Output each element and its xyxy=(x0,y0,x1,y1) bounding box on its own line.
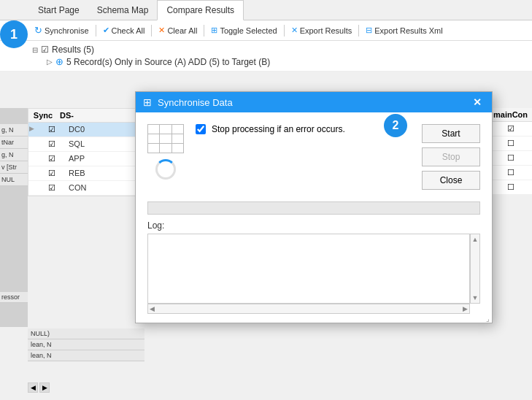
row-sync-check[interactable]: ☑ xyxy=(37,123,66,136)
tab-start-page[interactable]: Start Page xyxy=(29,0,88,20)
check-all-button[interactable]: ✔ Check All xyxy=(101,25,147,36)
start-button[interactable]: Start xyxy=(422,124,480,143)
row-arrow: ▶ xyxy=(28,123,37,136)
loading-spinner xyxy=(155,159,176,180)
tree-area: ⊟ ☑ Results (5) ▷ ⊕ 5 Record(s) Only in … xyxy=(0,41,532,72)
right-col-cell: ☐ xyxy=(489,180,532,195)
tree-check-root: ☑ xyxy=(41,45,49,55)
progress-bar-area xyxy=(147,201,480,215)
right-col-cell: ☐ xyxy=(489,136,532,151)
row-ds-value: REB xyxy=(66,166,117,180)
row-ds-value: CON xyxy=(66,181,117,195)
toggle-icon: ⊞ xyxy=(211,26,217,35)
right-column: mainCon ☑ ☐ ☐ ☐ ☐ xyxy=(488,108,532,195)
row-arrow xyxy=(28,137,37,151)
nav-right-arrow[interactable]: ▶ xyxy=(39,382,50,393)
close-button[interactable]: Close xyxy=(422,171,480,190)
dialog-title-content: ⊞ Synchronise Data xyxy=(143,96,233,108)
scroll-up-arrow[interactable]: ▲ xyxy=(472,236,479,243)
toolbar-sep-4 xyxy=(284,25,285,36)
log-scrollbar-v[interactable]: ▲ ▼ xyxy=(470,234,480,304)
dialog-resize-handle[interactable]: ⌟ xyxy=(483,314,492,323)
sync-icon: ↻ xyxy=(34,25,42,36)
right-col-cell: ☑ xyxy=(489,122,532,136)
lower-side-labels: ressor xyxy=(0,292,28,303)
nav-left-arrow[interactable]: ◀ xyxy=(28,382,38,393)
scroll-down-arrow[interactable]: ▼ xyxy=(472,294,479,301)
dialog-title-bar: ⊞ Synchronise Data ✕ xyxy=(136,92,492,112)
bottom-row-labels: NULL) lean, N lean, N xyxy=(28,328,144,361)
dialog-icon-area xyxy=(147,124,184,190)
stop-button[interactable]: Stop xyxy=(422,147,480,166)
right-col-cell: ☐ xyxy=(489,151,532,166)
col-sync: Sync xyxy=(28,109,58,122)
row-ds-value: APP xyxy=(66,152,117,166)
row-label: g, N xyxy=(0,149,28,161)
row-label: tNar xyxy=(0,136,28,149)
row-ds-value: DC0 xyxy=(66,123,117,136)
nav-arrows: ◀ ▶ xyxy=(28,382,50,393)
export-results-xml-button[interactable]: ⊟ Export Results Xml xyxy=(363,25,445,36)
grid-icon xyxy=(147,124,184,153)
row-sync-check[interactable]: ☑ xyxy=(37,166,66,180)
export-xml-icon: ⊟ xyxy=(366,26,372,35)
toolbar-sep-2 xyxy=(151,25,152,36)
tree-child-row[interactable]: ▷ ⊕ 5 Record(s) Only in Source (A) ADD (… xyxy=(32,55,526,68)
tree-root-row[interactable]: ⊟ ☑ Results (5) xyxy=(32,44,526,55)
toolbar: ↻ Synchronise ✔ Check All ✕ Clear All ⊞ … xyxy=(0,20,532,41)
synchronise-dialog: ⊞ Synchronise Data ✕ xyxy=(135,91,493,323)
toggle-selected-button[interactable]: ⊞ Toggle Selected xyxy=(209,25,279,36)
bottom-label: NULL) xyxy=(28,328,144,339)
row-arrow xyxy=(28,166,37,180)
row-sync-check[interactable]: ☑ xyxy=(37,137,66,151)
bottom-label: lean, N xyxy=(28,350,144,361)
synchronise-button[interactable]: ↻ Synchronise xyxy=(32,24,91,36)
stop-on-error-checkbox-row: Stop processing if an error occurs. xyxy=(196,124,410,134)
bottom-label: lean, N xyxy=(28,339,144,350)
tree-child-expand-icon: ▷ xyxy=(47,58,53,66)
dialog-buttons: Start Stop Close xyxy=(422,124,480,190)
check-all-icon: ✔ xyxy=(103,26,109,35)
toolbar-sep-1 xyxy=(96,25,96,36)
log-scrollbar-h[interactable]: ◀ ▶ xyxy=(147,304,470,314)
right-col-header: mainCon xyxy=(489,108,532,122)
toolbar-sep-5 xyxy=(358,25,359,36)
log-section: Log: ▲ ▼ ◀ ▶ xyxy=(136,220,492,323)
toolbar-sep-3 xyxy=(204,25,204,36)
export-results-button[interactable]: ✕ Export Results xyxy=(289,25,355,36)
tree-add-icon: ⊕ xyxy=(55,56,63,67)
row-label: g, N xyxy=(0,124,28,136)
row-sync-check[interactable]: ☑ xyxy=(37,152,66,166)
row-label: v [Str xyxy=(0,161,28,174)
dialog-main-content: Stop processing if an error occurs. xyxy=(196,124,410,190)
tab-schema-map[interactable]: Schema Map xyxy=(88,0,158,20)
scroll-left-arrow[interactable]: ◀ xyxy=(150,305,155,312)
dialog-close-button[interactable]: ✕ xyxy=(470,96,485,108)
side-label: ressor xyxy=(0,292,28,303)
stop-on-error-checkbox[interactable] xyxy=(196,124,206,134)
log-textarea[interactable] xyxy=(147,234,470,304)
app-container: 1 Start Page Schema Map Compare Results … xyxy=(0,0,532,400)
row-label: NUL xyxy=(0,174,28,186)
scroll-right-arrow[interactable]: ▶ xyxy=(463,305,468,312)
tab-bar: Start Page Schema Map Compare Results xyxy=(0,0,532,20)
right-col-cell: ☐ xyxy=(489,166,532,180)
badge-2: 2 xyxy=(384,114,407,137)
clear-all-button[interactable]: ✕ Clear All xyxy=(156,25,199,36)
log-container: ▲ ▼ ◀ ▶ xyxy=(147,234,480,314)
stop-on-error-label: Stop processing if an error occurs. xyxy=(212,124,345,134)
dialog-buttons-area: 2 Start Stop Close xyxy=(422,124,480,190)
dialog-title-text: Synchronise Data xyxy=(158,97,233,108)
col-ds: DS- xyxy=(58,109,109,122)
badge-1: 1 xyxy=(0,20,28,48)
tree-expand-icon: ⊟ xyxy=(32,46,38,54)
clear-icon: ✕ xyxy=(158,26,165,35)
row-arrow xyxy=(28,181,37,195)
dialog-title-icon: ⊞ xyxy=(143,96,152,108)
row-ds-value: SQL xyxy=(66,137,117,151)
tab-compare-results[interactable]: Compare Results xyxy=(157,0,244,20)
row-sync-check[interactable]: ☑ xyxy=(37,181,66,195)
export-icon: ✕ xyxy=(291,26,298,35)
row-labels: g, N tNar g, N v [Str NUL xyxy=(0,124,28,186)
dialog-body: Stop processing if an error occurs. 2 St… xyxy=(136,112,492,201)
